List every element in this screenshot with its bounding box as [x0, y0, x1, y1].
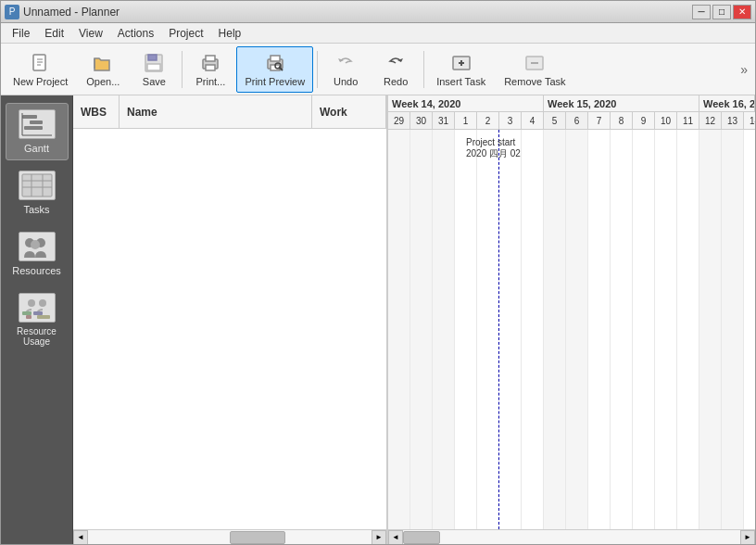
print-preview-label: Print Preview [245, 76, 305, 87]
svg-rect-37 [26, 315, 32, 319]
insert-task-icon [450, 52, 472, 74]
name-column-header: Name [120, 95, 312, 128]
grid-col-13 [722, 130, 744, 529]
svg-rect-36 [33, 311, 43, 315]
svg-rect-8 [206, 65, 215, 70]
window-title: Unnamed - Planner [23, 6, 120, 19]
open-icon [92, 52, 114, 74]
new-project-label: New Project [13, 76, 68, 87]
grid-col-8 [611, 130, 633, 529]
day-2: 2 [477, 112, 499, 129]
print-preview-button[interactable]: Print Preview [236, 46, 313, 93]
svg-point-32 [31, 240, 40, 249]
task-table-header: WBS Name Work [73, 95, 386, 129]
sidebar-tasks-label: Tasks [23, 204, 49, 215]
svg-rect-6 [147, 64, 160, 70]
menu-view[interactable]: View [71, 25, 110, 42]
gantt-icon [19, 109, 56, 139]
grid-col-29 [388, 130, 410, 529]
title-bar: P Unnamed - Planner ─ □ ✕ [1, 1, 755, 23]
grid-col-14 [744, 130, 755, 529]
menu-actions[interactable]: Actions [110, 25, 161, 42]
chart-scroll-thumb[interactable] [403, 531, 440, 544]
chart-scroll-right[interactable]: ► [740, 530, 755, 545]
redo-icon [384, 52, 407, 74]
sidebar: Gantt Tasks [1, 95, 73, 544]
day-12: 12 [699, 112, 722, 129]
menu-project[interactable]: Project [161, 25, 210, 42]
sidebar-item-gantt[interactable]: Gantt [6, 103, 69, 160]
undo-button[interactable]: Undo [321, 46, 370, 93]
day-11: 11 [677, 112, 699, 129]
chart-scroll-left[interactable]: ◄ [388, 530, 403, 545]
toolbar-more-button[interactable]: » [737, 58, 751, 81]
day-6: 6 [566, 112, 588, 129]
save-button[interactable]: Save [130, 46, 178, 93]
task-scrollbar[interactable]: ◄ ► [73, 529, 386, 544]
grid-col-4 [522, 130, 544, 529]
day-row: 29 30 31 1 2 3 4 5 6 7 8 9 [388, 112, 755, 129]
close-button[interactable]: ✕ [733, 5, 751, 19]
grid-col-10 [655, 130, 677, 529]
grid-col-9 [633, 130, 655, 529]
svg-point-33 [28, 299, 35, 307]
chart-header: Week 14, 2020 Week 15, 2020 Week 16, 202… [388, 95, 755, 130]
sidebar-item-resources[interactable]: Resources [6, 225, 69, 283]
sidebar-item-resource-usage[interactable]: Resource Usage [6, 286, 69, 353]
svg-rect-5 [148, 55, 157, 60]
svg-rect-22 [24, 126, 43, 130]
svg-rect-20 [22, 115, 37, 119]
main-area: Gantt Tasks [1, 95, 755, 544]
sidebar-gantt-label: Gantt [24, 143, 49, 154]
day-8: 8 [611, 112, 633, 129]
title-bar-left: P Unnamed - Planner [5, 5, 120, 19]
day-14: 14 [744, 112, 755, 129]
redo-label: Redo [384, 76, 408, 87]
week-14-header: Week 14, 2020 [388, 95, 544, 111]
menu-file[interactable]: File [5, 25, 37, 42]
save-label: Save [143, 76, 166, 87]
day-31: 31 [433, 112, 455, 129]
task-body[interactable] [73, 129, 386, 529]
remove-task-icon [523, 52, 546, 74]
sidebar-resource-usage-label: Resource Usage [17, 326, 57, 347]
maximize-button[interactable]: □ [712, 5, 731, 19]
undo-label: Undo [334, 76, 358, 87]
wbs-column-header: WBS [73, 95, 120, 128]
print-label: Print... [195, 76, 225, 87]
tasks-icon [19, 171, 56, 200]
menu-help[interactable]: Help [211, 25, 249, 42]
remove-task-button[interactable]: Remove Task [496, 46, 573, 93]
day-9: 9 [633, 112, 655, 129]
task-scroll-right[interactable]: ► [372, 530, 386, 545]
new-project-button[interactable]: New Project [5, 46, 76, 93]
separator-1 [182, 51, 183, 88]
sidebar-item-tasks[interactable]: Tasks [6, 164, 69, 222]
svg-rect-12 [271, 56, 280, 61]
redo-button[interactable]: Redo [372, 46, 420, 93]
task-scroll-track[interactable] [88, 530, 372, 545]
day-13: 13 [722, 112, 744, 129]
save-icon [143, 52, 165, 74]
chart-body[interactable]: Project start2020 四月 02 [388, 130, 755, 529]
new-project-icon [30, 52, 52, 74]
task-scroll-thumb[interactable] [230, 531, 285, 544]
minimize-button[interactable]: ─ [692, 5, 711, 19]
open-button[interactable]: Open... [78, 46, 128, 93]
menu-edit[interactable]: Edit [37, 25, 71, 42]
day-10: 10 [655, 112, 677, 129]
print-button[interactable]: Print... [186, 46, 234, 93]
print-preview-icon [264, 52, 286, 74]
separator-3 [423, 51, 424, 88]
svg-rect-38 [37, 315, 50, 319]
task-scroll-left[interactable]: ◄ [73, 530, 88, 545]
chart-scroll-track[interactable] [403, 530, 740, 545]
project-start-text: Project start2020 四月 02 [466, 137, 521, 158]
resources-icon [19, 232, 56, 261]
grid-col-31 [433, 130, 455, 529]
content-area: WBS Name Work ◄ ► [73, 95, 755, 544]
grid-col-6 [566, 130, 588, 529]
insert-task-button[interactable]: Insert Task [428, 46, 494, 93]
grid-col-11 [677, 130, 699, 529]
chart-scrollbar[interactable]: ◄ ► [388, 529, 755, 544]
